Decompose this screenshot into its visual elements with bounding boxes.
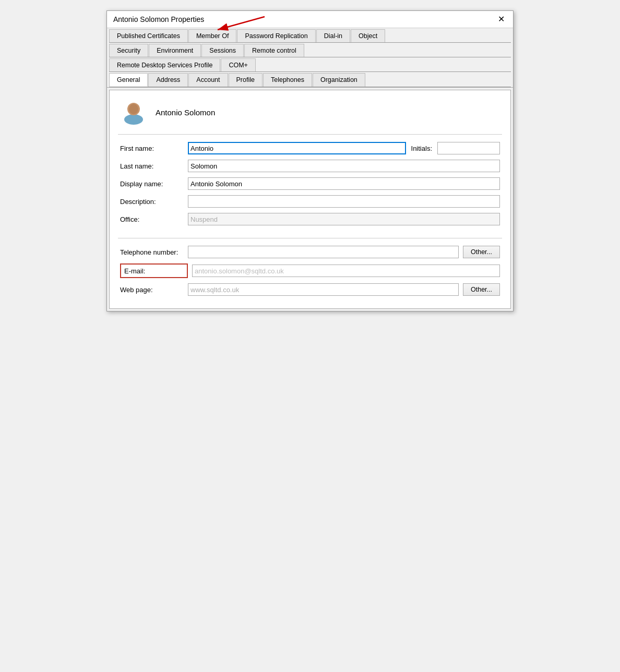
tab-environment[interactable]: Environment (149, 44, 201, 57)
first-name-row: First name: Initials: (120, 142, 500, 154)
first-name-input-group: Initials: (188, 142, 500, 154)
arrow-indicator-icon (207, 14, 270, 35)
tab-group-2: Security Environment Sessions Remote con… (109, 43, 511, 57)
email-row: E-mail: (120, 263, 500, 278)
title-bar: Antonio Solomon Properties ✕ (107, 11, 513, 28)
tab-dial-in[interactable]: Dial-in (316, 29, 350, 42)
initials-label: Initials: (411, 145, 432, 152)
tab-profile[interactable]: Profile (229, 73, 263, 87)
user-avatar-icon (120, 99, 147, 126)
office-label: Office: (120, 215, 188, 223)
webpage-label: Web page: (120, 286, 188, 294)
svg-point-2 (124, 114, 143, 125)
display-name-row: Display name: (120, 177, 500, 190)
webpage-other-button[interactable]: Other... (463, 283, 500, 296)
contact-section: Telephone number: Other... E-mail: Web p… (110, 238, 510, 308)
description-row: Description: (120, 195, 500, 208)
svg-point-4 (129, 104, 138, 114)
last-name-row: Last name: (120, 160, 500, 172)
description-input[interactable] (188, 195, 500, 208)
tab-group-3: Remote Desktop Services Profile COM+ (109, 57, 511, 72)
telephone-input[interactable] (188, 246, 459, 258)
tab-sessions[interactable]: Sessions (201, 44, 244, 57)
display-name-label: Display name: (120, 180, 188, 188)
description-label: Description: (120, 198, 188, 206)
tab-object[interactable]: Object (351, 29, 385, 42)
tab-account[interactable]: Account (188, 73, 228, 87)
webpage-input[interactable] (188, 283, 459, 296)
tab-address[interactable]: Address (148, 73, 188, 87)
email-label-box: E-mail: (120, 263, 188, 278)
tab-organization[interactable]: Organization (313, 73, 365, 87)
tab-general[interactable]: General (109, 73, 148, 87)
last-name-label: Last name: (120, 162, 188, 170)
tab-telephones[interactable]: Telephones (263, 73, 312, 87)
first-name-input[interactable] (188, 142, 406, 154)
display-name-input[interactable] (188, 177, 500, 190)
tab-group-1: Published Certificates Member Of Passwor… (109, 28, 511, 43)
tab-group-4: General Address Account Profile Telephon… (109, 72, 511, 87)
title-area: Antonio Solomon Properties (113, 15, 204, 23)
initials-input[interactable] (437, 142, 500, 154)
tab-published-certificates[interactable]: Published Certificates (109, 29, 188, 42)
form-section: First name: Initials: Last name: Display… (110, 135, 510, 238)
email-label: E-mail: (124, 267, 145, 275)
tab-row-1: Published Certificates Member Of Passwor… (107, 28, 513, 88)
tab-com-plus[interactable]: COM+ (221, 58, 255, 71)
last-name-input[interactable] (188, 160, 500, 172)
office-row: Office: (120, 213, 500, 225)
tab-remote-desktop-services-profile[interactable]: Remote Desktop Services Profile (109, 58, 220, 71)
office-input[interactable] (188, 213, 500, 225)
first-name-label: First name: (120, 145, 188, 152)
dialog-title: Antonio Solomon Properties (113, 15, 204, 23)
telephone-other-button[interactable]: Other... (463, 246, 500, 258)
close-button[interactable]: ✕ (496, 15, 507, 23)
content-area: Antonio Solomon First name: Initials: La… (109, 90, 511, 309)
telephone-row: Telephone number: Other... (120, 246, 500, 258)
webpage-row: Web page: Other... (120, 283, 500, 296)
user-header: Antonio Solomon (110, 90, 510, 134)
email-input[interactable] (192, 265, 500, 277)
tab-security[interactable]: Security (109, 44, 148, 57)
telephone-label: Telephone number: (120, 248, 188, 256)
svg-line-1 (218, 17, 265, 30)
tab-remote-control[interactable]: Remote control (244, 44, 304, 57)
user-display-name: Antonio Solomon (156, 108, 215, 117)
dialog-window: Antonio Solomon Properties ✕ Published C… (106, 10, 514, 311)
